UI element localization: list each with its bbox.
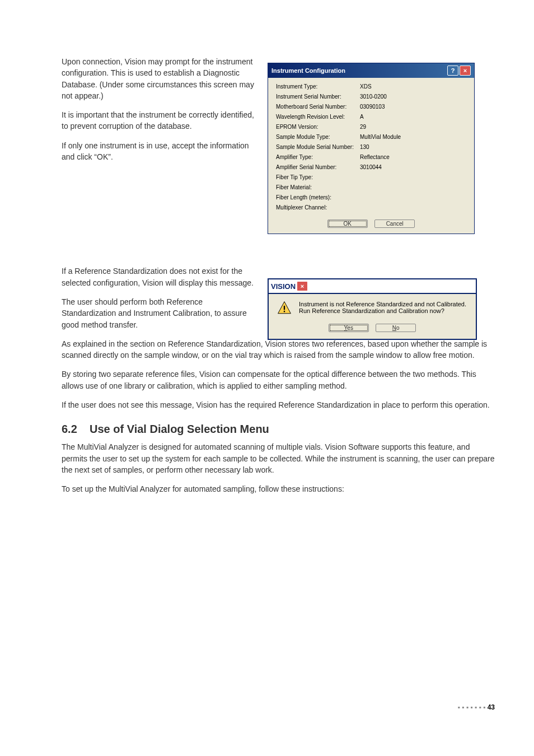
- yes-button[interactable]: Yes: [329, 324, 369, 332]
- svg-rect-2: [284, 311, 285, 312]
- field-value: MultiVial Module: [360, 134, 401, 140]
- field-label: Instrument Serial Number:: [276, 94, 360, 100]
- field-value: Reflectance: [360, 154, 390, 160]
- field-label: Multiplexer Channel:: [276, 204, 360, 211]
- body-paragraph: If only one instrument is in use, accept…: [62, 140, 257, 163]
- ok-button[interactable]: OK: [327, 220, 368, 228]
- dialog-title: VISION: [271, 282, 296, 291]
- close-icon[interactable]: ×: [297, 281, 308, 291]
- field-value: 03090103: [360, 104, 385, 110]
- field-label: Amplifier Type:: [276, 154, 360, 160]
- heading-title: Use of Vial Dialog Selection Menu: [90, 423, 269, 435]
- body-paragraph: If a Reference Standardization does not …: [62, 265, 257, 288]
- field-value: A: [360, 114, 364, 120]
- field-label: Sample Module Serial Number:: [276, 144, 360, 150]
- instrument-configuration-dialog: Instrument Configuration ? × Instrument …: [268, 63, 475, 234]
- body-paragraph: Upon connection, Vision may prompt for t…: [62, 56, 257, 101]
- config-row: Sample Module Type:MultiVial Module: [276, 134, 466, 140]
- config-row: Amplifier Type:Reflectance: [276, 154, 466, 160]
- dialog-message: Instrument is not Reference Standardized…: [299, 301, 466, 315]
- config-row: Instrument Serial Number:3010-0200: [276, 94, 466, 100]
- body-paragraph: To set up the MultiVial Analyzer for aut…: [62, 483, 495, 494]
- page-number: 43: [488, 703, 495, 711]
- config-row: Multiplexer Channel:: [276, 204, 466, 211]
- field-label: Fiber Tip Type:: [276, 174, 360, 180]
- field-value: 29: [360, 124, 366, 130]
- config-row: Fiber Material:: [276, 184, 466, 190]
- body-paragraph: It is important that the instrument be c…: [62, 109, 257, 132]
- close-icon[interactable]: ×: [460, 66, 471, 76]
- dialog-button-row: Yes No: [269, 319, 476, 339]
- field-label: Fiber Length (meters):: [276, 194, 360, 200]
- field-label: EPROM Version:: [276, 124, 360, 130]
- body-paragraph: The user should perform both Reference S…: [62, 296, 257, 330]
- config-row: EPROM Version:29: [276, 124, 466, 130]
- body-paragraph: As explained in the section on Reference…: [62, 338, 495, 361]
- svg-rect-1: [284, 306, 285, 310]
- section-heading: 6.2Use of Vial Dialog Selection Menu: [62, 423, 495, 436]
- field-label: Motherboard Serial Number:: [276, 104, 360, 110]
- dialog-title: Instrument Configuration: [271, 67, 446, 74]
- field-value: XDS: [360, 83, 372, 90]
- field-label: Fiber Material:: [276, 184, 360, 190]
- config-row: Motherboard Serial Number:03090103: [276, 104, 466, 110]
- footer-dots: ▪ ▪ ▪ ▪ ▪ ▪ ▪: [458, 703, 486, 711]
- dialog-titlebar: VISION ×: [269, 279, 476, 294]
- body-paragraph: If the user does not see this message, V…: [62, 399, 495, 410]
- config-row: Fiber Tip Type:: [276, 174, 466, 180]
- config-row: Fiber Length (meters):: [276, 194, 466, 200]
- page-footer: ▪ ▪ ▪ ▪ ▪ ▪ ▪ 43: [458, 703, 495, 711]
- no-button[interactable]: No: [376, 324, 416, 332]
- config-row: Amplifier Serial Number:3010044: [276, 164, 466, 170]
- field-value: 3010044: [360, 164, 382, 170]
- field-label: Wavelength Revision Level:: [276, 114, 360, 120]
- field-label: Sample Module Type:: [276, 134, 360, 140]
- document-page: Upon connection, Vision may prompt for t…: [0, 0, 534, 734]
- heading-number: 6.2: [62, 423, 90, 436]
- vision-message-dialog: VISION × Instrument is not Reference Sta…: [268, 278, 477, 340]
- help-icon[interactable]: ?: [447, 66, 458, 76]
- dialog-body: Instrument Type:XDS Instrument Serial Nu…: [268, 78, 474, 216]
- config-row: Sample Module Serial Number:130: [276, 144, 466, 150]
- warning-icon: [277, 301, 292, 315]
- body-paragraph: By storing two separate reference files,…: [62, 368, 495, 391]
- body-paragraph: The MultiVial Analyzer is designed for a…: [62, 441, 495, 475]
- field-value: 3010-0200: [360, 94, 387, 100]
- config-row: Instrument Type:XDS: [276, 83, 466, 90]
- config-row: Wavelength Revision Level:A: [276, 114, 466, 120]
- dialog-body: Instrument is not Reference Standardized…: [269, 294, 476, 319]
- dialog-button-row: OK Cancel: [268, 216, 474, 234]
- dialog-titlebar: Instrument Configuration ? ×: [268, 63, 474, 78]
- cancel-button[interactable]: Cancel: [374, 220, 415, 228]
- field-label: Amplifier Serial Number:: [276, 164, 360, 170]
- field-label: Instrument Type:: [276, 83, 360, 90]
- field-value: 130: [360, 144, 369, 150]
